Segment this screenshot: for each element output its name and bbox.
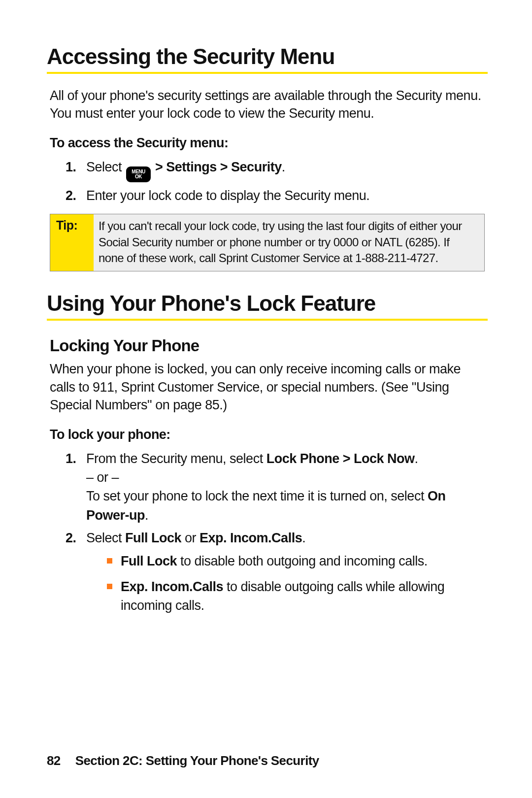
step-or: – or – [86,470,119,485]
step-text-pre: Select [86,160,125,174]
menu-ok-key-icon: MENUOK [126,166,151,182]
steps-access-security: 1. Select MENUOK > Settings > Security. … [66,158,488,205]
step-bold: Exp. Incom.Calls [200,531,302,545]
intro-paragraph-1: All of your phone's security settings ar… [50,87,488,123]
step-text-bold: > Settings > Security [152,160,282,174]
lock-options-list: Full Lock to disable both outgoing and i… [107,552,488,615]
subhead-lock-phone: To lock your phone: [50,427,488,442]
heading-accessing-security: Accessing the Security Menu [47,44,488,74]
step-bold: Lock Phone > Lock Now [266,451,415,466]
step-number: 2. [66,529,76,547]
subheading-locking-phone: Locking Your Phone [50,336,488,355]
bullet-full-lock: Full Lock to disable both outgoing and i… [107,552,488,571]
subhead-access-security: To access the Security menu: [50,135,488,151]
page-number: 82 [47,753,61,768]
tip-body: If you can't recall your lock code, try … [94,214,484,271]
step-2: 2. Enter your lock code to display the S… [66,186,488,205]
bullet-text: to disable both outgoing and incoming ca… [177,554,428,568]
step-text: or [181,531,200,545]
step-text: Enter your lock code to display the Secu… [86,188,369,203]
step-2: 2. Select Full Lock or Exp. Incom.Calls.… [66,529,488,615]
bullet-bold: Full Lock [121,554,177,568]
step-number: 1. [66,449,76,468]
step-text: From the Security menu, select [86,451,266,466]
step-number: 1. [66,158,76,176]
step-bold: Full Lock [125,531,181,545]
heading-using-lock-feature: Using Your Phone's Lock Feature [47,291,488,321]
intro-paragraph-2: When your phone is locked, you can only … [50,360,488,414]
step-text: Select [86,531,125,545]
step-text: . [302,531,305,545]
steps-lock-phone: 1. From the Security menu, select Lock P… [66,449,488,615]
footer-section-title: Section 2C: Setting Your Phone's Securit… [75,753,319,768]
tip-box: Tip: If you can't recall your lock code,… [50,214,485,271]
tip-label: Tip: [50,214,94,271]
bullet-exp-incom: Exp. Incom.Calls to disable outgoing cal… [107,578,488,615]
step-1: 1. Select MENUOK > Settings > Security. [66,158,488,182]
step-text: To set your phone to lock the next time … [86,489,428,503]
page-footer: 82Section 2C: Setting Your Phone's Secur… [47,753,319,768]
step-number: 2. [66,186,76,205]
step-text-dot: . [282,160,285,174]
bullet-bold: Exp. Incom.Calls [121,579,223,594]
step-1: 1. From the Security menu, select Lock P… [66,449,488,525]
